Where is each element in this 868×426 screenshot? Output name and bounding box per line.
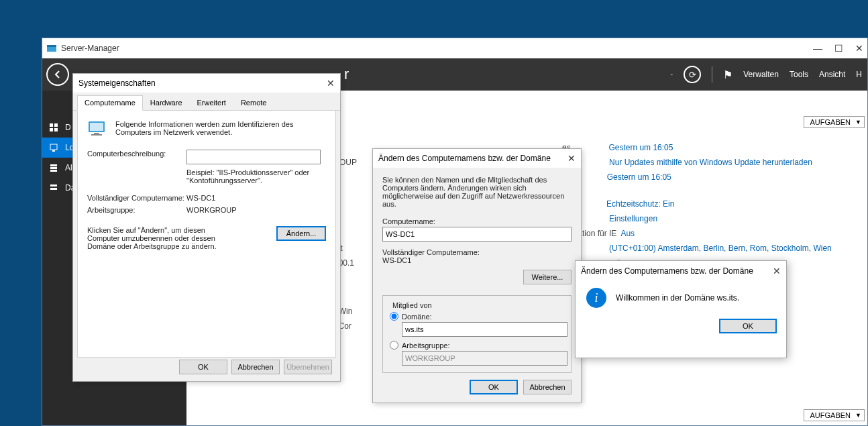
workgroup-value: WORKGROUP xyxy=(186,206,326,214)
sm-titlebar: Server-Manager — ☐ ✕ xyxy=(42,38,867,58)
chevron-down-icon: ▼ xyxy=(855,412,861,419)
sidebar-label-0: D xyxy=(65,123,71,132)
member-of-label: Mitglied von xyxy=(390,301,435,309)
dlg2-title-text: Ändern des Computernamens bzw. der Domän… xyxy=(378,154,551,163)
svg-rect-2 xyxy=(50,123,53,127)
svg-rect-8 xyxy=(50,164,57,166)
dlg2-titlebar: Ändern des Computernamens bzw. der Domän… xyxy=(373,149,581,168)
domain-radio-row[interactable]: Domäne: xyxy=(390,312,564,321)
dlg1-title-text: Systemeigenschaften xyxy=(78,78,156,88)
workgroup-radio-label: Arbeitsgruppe: xyxy=(402,341,450,350)
dlg3-titlebar: Ändern des Computernamens bzw. der Domän… xyxy=(576,261,786,281)
dash-icon: - xyxy=(670,70,673,79)
tasks-dropdown-2[interactable]: AUFGABEN▼ xyxy=(804,409,865,421)
compname-label: Computername: xyxy=(382,217,572,225)
intro-text: Folgende Informationen werden zum Identi… xyxy=(115,120,326,140)
window-controls: — ☐ ✕ xyxy=(813,43,863,54)
apply-button: Übernehmen xyxy=(284,360,332,374)
tasks-dropdown[interactable]: AUFGABEN▼ xyxy=(804,116,865,128)
minimize-button[interactable]: — xyxy=(813,43,822,54)
workgroup-radio-row[interactable]: Arbeitsgruppe: xyxy=(390,341,564,350)
desc-hint: Beispiel: "IIS-Produktionsserver" oder "… xyxy=(186,168,326,184)
tab-hardware[interactable]: Hardware xyxy=(143,95,190,110)
change-intro: Sie können den Namen und die Mitgliedsch… xyxy=(382,176,572,208)
flag-icon[interactable]: ⚑ xyxy=(723,68,733,81)
cancel-button[interactable]: Abbrechen xyxy=(523,380,572,394)
svg-rect-7 xyxy=(52,150,55,152)
member-of-group: Mitglied von Domäne: Arbeitsgruppe: xyxy=(382,295,572,373)
tab-remote[interactable]: Remote xyxy=(233,95,274,110)
svg-rect-6 xyxy=(50,144,57,150)
header-char: r xyxy=(344,66,349,83)
svg-rect-4 xyxy=(50,128,53,131)
close-button[interactable]: ✕ xyxy=(855,43,863,54)
close-button[interactable]: ✕ xyxy=(567,153,576,164)
dlg3-title-text: Ändern des Computernamens bzw. der Domän… xyxy=(581,266,753,276)
svg-rect-15 xyxy=(94,133,99,134)
workgroup-radio[interactable] xyxy=(390,341,398,350)
tab-computername[interactable]: Computername xyxy=(77,95,143,111)
ok-button[interactable]: OK xyxy=(719,319,777,333)
description-input[interactable] xyxy=(186,150,321,164)
info-icon: i xyxy=(586,288,606,308)
svg-rect-11 xyxy=(50,184,57,187)
system-properties-dialog: Systemeigenschaften ✕ Computername Hardw… xyxy=(72,73,341,382)
svg-rect-9 xyxy=(50,167,57,169)
computer-icon xyxy=(87,120,109,140)
svg-rect-5 xyxy=(54,128,58,131)
menu-ansicht[interactable]: Ansicht xyxy=(819,70,845,79)
tab-advanced[interactable]: Erweitert xyxy=(190,95,233,110)
sm-title-text: Server-Manager xyxy=(61,44,119,53)
welcome-message: Willkommen in der Domäne ws.its. xyxy=(616,293,739,303)
svg-rect-3 xyxy=(54,123,58,127)
fullname-value: WS-DC1 xyxy=(186,194,326,202)
separator xyxy=(712,66,712,83)
workgroup-label: Arbeitsgruppe: xyxy=(87,206,186,214)
domain-radio-label: Domäne: xyxy=(402,313,432,321)
more-button[interactable]: Weitere... xyxy=(523,270,572,284)
close-button[interactable]: ✕ xyxy=(327,78,335,89)
menu-help[interactable]: H xyxy=(856,70,862,79)
menu-tools[interactable]: Tools xyxy=(790,70,808,79)
ok-button[interactable]: OK xyxy=(470,380,518,394)
cancel-button[interactable]: Abbrechen xyxy=(231,360,280,374)
welcome-dialog: Ändern des Computernamens bzw. der Domän… xyxy=(575,260,787,358)
change-button[interactable]: Ändern... xyxy=(276,226,326,241)
domain-input[interactable] xyxy=(402,322,567,337)
back-button[interactable] xyxy=(46,63,69,86)
chevron-down-icon: ▼ xyxy=(855,119,861,125)
refresh-button[interactable]: ⟳ xyxy=(684,66,701,83)
compname-input[interactable] xyxy=(382,227,572,242)
server-manager-icon xyxy=(46,43,57,54)
tab-strip: Computername Hardware Erweitert Remote xyxy=(73,93,340,111)
fullname-label: Vollständiger Computername: xyxy=(382,248,572,256)
fullname-label: Vollständiger Computername: xyxy=(87,194,186,202)
ok-button[interactable]: OK xyxy=(179,360,227,374)
close-button[interactable]: ✕ xyxy=(773,266,781,276)
svg-rect-14 xyxy=(90,123,103,131)
change-domain-dialog: Ändern des Computernamens bzw. der Domän… xyxy=(372,148,582,403)
workgroup-input xyxy=(402,351,567,366)
svg-rect-16 xyxy=(91,134,102,136)
maximize-button[interactable]: ☐ xyxy=(834,43,843,54)
svg-rect-1 xyxy=(47,45,56,47)
domain-radio[interactable] xyxy=(390,312,398,321)
dlg1-titlebar: Systemeigenschaften ✕ xyxy=(73,74,340,93)
desc-label: Computerbeschreibung: xyxy=(87,150,186,158)
dlg2-body: Sie können den Namen und die Mitgliedsch… xyxy=(373,168,581,381)
svg-rect-10 xyxy=(50,170,57,172)
menu-verwalten[interactable]: Verwalten xyxy=(743,70,779,79)
sidebar-label-2: Al xyxy=(65,163,72,172)
svg-rect-12 xyxy=(50,188,57,190)
dlg1-body: Folgende Informationen werden zum Identi… xyxy=(77,111,336,358)
change-text: Klicken Sie auf "Ändern", um diesen Comp… xyxy=(87,226,235,250)
fullname-value: WS-DC1 xyxy=(382,256,572,264)
